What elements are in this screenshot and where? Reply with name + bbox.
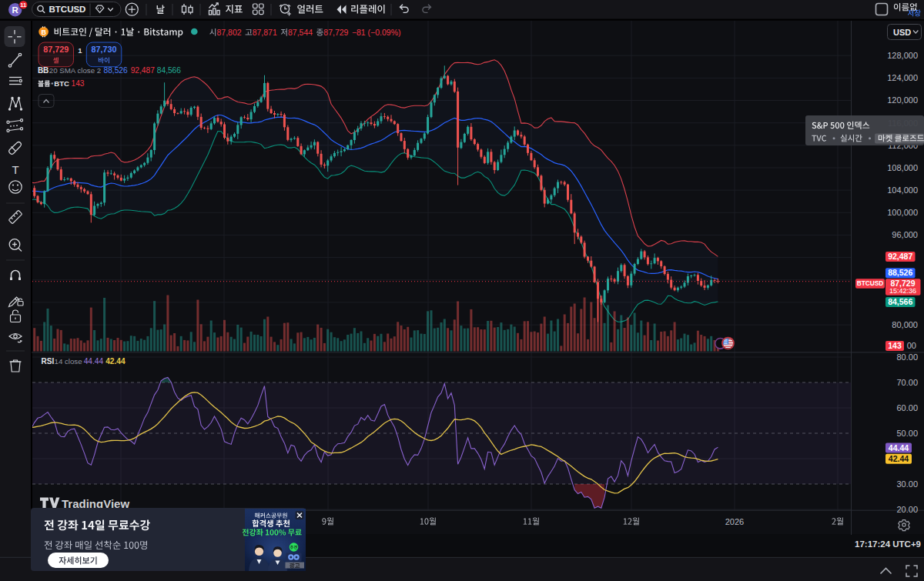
svg-text:20.00: 20.00 xyxy=(896,505,918,514)
svg-text:124,000: 124,000 xyxy=(887,73,918,82)
svg-text:87,729: 87,729 xyxy=(43,45,69,54)
svg-text:15:42:36: 15:42:36 xyxy=(889,287,916,295)
svg-text:42.44: 42.44 xyxy=(889,454,909,463)
svg-text:20 SMA close 2: 20 SMA close 2 xyxy=(49,66,101,75)
svg-text:87,729: 87,729 xyxy=(890,279,915,288)
svg-text:87,729: 87,729 xyxy=(323,28,348,37)
svg-text:B: B xyxy=(42,28,47,36)
svg-text:87,544: 87,544 xyxy=(288,28,313,37)
svg-text:44.44: 44.44 xyxy=(84,357,104,366)
svg-text:84,566: 84,566 xyxy=(157,66,181,75)
svg-text:TradingView: TradingView xyxy=(62,497,129,510)
svg-text:92,487: 92,487 xyxy=(131,66,155,75)
svg-text:RSI: RSI xyxy=(42,357,55,366)
svg-text:BTCUSD: BTCUSD xyxy=(857,279,884,287)
svg-text:92,487: 92,487 xyxy=(888,252,912,261)
svg-text:T: T xyxy=(12,163,18,176)
svg-text:44.44: 44.44 xyxy=(889,443,909,452)
svg-text:104,000: 104,000 xyxy=(887,185,918,195)
svg-text:11: 11 xyxy=(20,2,26,8)
svg-text:80.00: 80.00 xyxy=(896,352,918,362)
svg-text:BTCUSD: BTCUSD xyxy=(49,5,86,14)
svg-text:2026: 2026 xyxy=(725,517,744,526)
svg-text:100,000: 100,000 xyxy=(887,208,918,217)
svg-text:87,871: 87,871 xyxy=(253,28,277,37)
svg-text:14 close: 14 close xyxy=(55,357,82,366)
svg-text:120,000: 120,000 xyxy=(887,95,918,105)
svg-text:87,802: 87,802 xyxy=(217,28,242,37)
svg-text:143: 143 xyxy=(72,79,85,88)
svg-text:1: 1 xyxy=(78,46,82,55)
svg-text:17:17:24 UTC+9: 17:17:24 UTC+9 xyxy=(855,539,921,549)
svg-text:70.00: 70.00 xyxy=(896,378,918,387)
svg-text:−81 (−0.09%): −81 (−0.09%) xyxy=(352,28,401,37)
svg-text:84,566: 84,566 xyxy=(888,297,912,306)
svg-text:BTC: BTC xyxy=(54,79,69,88)
svg-text:80,000: 80,000 xyxy=(892,320,918,329)
svg-text:96,000: 96,000 xyxy=(892,230,918,239)
svg-text:108,000: 108,000 xyxy=(887,163,918,172)
svg-text:60.00: 60.00 xyxy=(896,403,918,412)
svg-text:USD: USD xyxy=(893,28,911,37)
svg-text:88,526: 88,526 xyxy=(888,268,912,277)
svg-text:42.44: 42.44 xyxy=(105,357,126,366)
svg-text:R: R xyxy=(12,5,19,15)
svg-text:128,000: 128,000 xyxy=(887,51,918,60)
svg-text:143: 143 xyxy=(888,341,902,350)
svg-text:50.00: 50.00 xyxy=(896,429,918,438)
svg-text:30.00: 30.00 xyxy=(896,479,918,489)
svg-text:87,730: 87,730 xyxy=(91,45,116,54)
svg-text:00: 00 xyxy=(907,341,916,350)
svg-text:88,526: 88,526 xyxy=(104,66,128,75)
svg-text:BB: BB xyxy=(38,66,49,75)
